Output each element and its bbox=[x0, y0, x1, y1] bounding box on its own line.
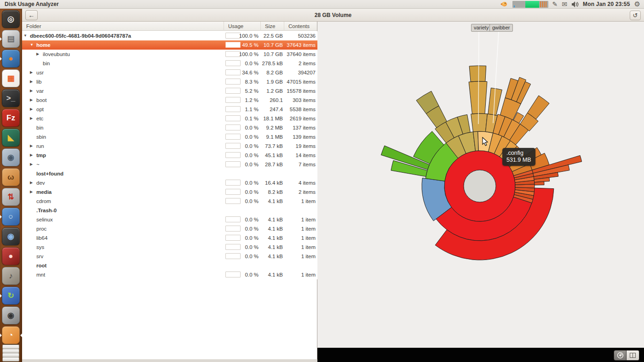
tree-row-lib[interactable]: ▶lib8.3 %1.9 GB47015 items bbox=[22, 77, 317, 86]
tree-row-~[interactable]: ▶~0.0 %28.7 kB7 items bbox=[22, 160, 317, 169]
dock-item-audio-player[interactable]: ◉ bbox=[2, 306, 20, 324]
tree-row-boot[interactable]: ▶boot1.2 %260.1 MB303 items bbox=[22, 96, 317, 105]
tree-row-bin[interactable]: bin0.0 %9.2 MB137 items bbox=[22, 123, 317, 132]
fish-indicator-icon[interactable] bbox=[500, 1, 508, 7]
tree-row-root[interactable]: root bbox=[22, 261, 317, 270]
dock-item-software-center[interactable]: ▦ bbox=[2, 69, 20, 87]
tree-row-run[interactable]: ▶run0.0 %73.7 kB19 items bbox=[22, 141, 317, 151]
tree-row-cdrom[interactable]: cdrom0.0 %4.1 kB1 item bbox=[22, 197, 317, 206]
tree-row-opt[interactable]: ▶opt1.1 %247.4 MB5538 items bbox=[22, 105, 317, 114]
folder-contents: 1 item bbox=[284, 197, 316, 206]
folder-name: root bbox=[36, 261, 46, 270]
rings-chart[interactable] bbox=[317, 22, 644, 348]
tree-row-proc[interactable]: proc0.0 %4.1 kB1 item bbox=[22, 224, 317, 233]
expander-closed-icon[interactable]: ▶ bbox=[30, 178, 33, 187]
tree-row-lib64[interactable]: lib640.0 %4.1 kB1 item bbox=[22, 233, 317, 243]
dock-item-physics-app[interactable]: ◉ bbox=[2, 227, 20, 245]
column-header-usage[interactable]: Usage bbox=[224, 22, 260, 31]
expander-open-icon[interactable]: ▼ bbox=[23, 31, 27, 40]
tree-rows: ▼dbeec600-05fc-4681-9b04-9d060478787a100… bbox=[22, 31, 317, 279]
column-header-size[interactable]: Size bbox=[260, 22, 284, 31]
tree-row-tmp[interactable]: ▶tmp0.0 %45.1 kB14 items bbox=[22, 151, 317, 160]
dock-item-web-app[interactable]: ○ bbox=[2, 208, 20, 226]
window-toolbar: ← 28 GB Volume ↺ bbox=[22, 9, 644, 22]
tree-row-etc[interactable]: ▶etc0.1 %18.1 MB2619 items bbox=[22, 114, 317, 123]
tree-row-iloveubuntu[interactable]: ▶iloveubuntu100.0 %10.7 GB37640 items bbox=[22, 50, 317, 59]
chart-segment[interactable] bbox=[535, 181, 544, 185]
dock-item-notes-app[interactable]: ♪ bbox=[2, 267, 20, 285]
dock-item-file-manager[interactable]: ▤ bbox=[2, 30, 20, 48]
sound-indicator-icon[interactable] bbox=[571, 1, 579, 7]
expander-open-icon[interactable]: ▼ bbox=[30, 40, 34, 50]
dock-item-dash-home[interactable]: ◎ bbox=[2, 10, 20, 28]
expander-closed-icon[interactable]: ▶ bbox=[30, 187, 33, 197]
rings-chart-panel[interactable]: variety gwibber .config 531.9 MB bbox=[317, 22, 644, 348]
tree-row-var[interactable]: ▶var5.2 %1.2 GB15578 items bbox=[22, 86, 317, 96]
usage-percent: 0.0 % bbox=[224, 215, 259, 224]
tree-header-row: Folder Usage Size Contents bbox=[22, 22, 317, 31]
dock-item-image-editor[interactable]: ◣ bbox=[2, 129, 20, 147]
usage-percent: 100.0 % bbox=[224, 31, 259, 40]
chart-segment[interactable] bbox=[469, 81, 487, 114]
expander-closed-icon[interactable]: ▶ bbox=[30, 96, 33, 105]
column-header-contents[interactable]: Contents bbox=[284, 22, 317, 31]
dock-item-disk-usage-analyzer[interactable]: ◔ bbox=[2, 326, 20, 344]
tree-row-selinux[interactable]: selinux0.0 %4.1 kB1 item bbox=[22, 215, 317, 224]
folder-name: mnt bbox=[36, 270, 45, 279]
tree-row-sbin[interactable]: sbin0.0 %9.1 MB139 items bbox=[22, 132, 317, 141]
top-panel: Disk Usage Analyzer ✎ ✉ Mon Jan 20 23:55 bbox=[0, 0, 644, 9]
column-header-folder[interactable]: Folder bbox=[22, 22, 224, 31]
expander-closed-icon[interactable]: ▶ bbox=[30, 68, 33, 77]
expander-closed-icon[interactable]: ▶ bbox=[30, 77, 33, 86]
folder-contents: 37643 items bbox=[284, 40, 316, 50]
dock-item-firefox[interactable]: ● bbox=[2, 50, 20, 68]
expander-closed-icon[interactable]: ▶ bbox=[30, 105, 33, 114]
keyboard-pencil-indicator-icon[interactable]: ✎ bbox=[552, 1, 558, 7]
expander-closed-icon[interactable]: ▶ bbox=[30, 141, 33, 151]
chart-segment[interactable] bbox=[471, 113, 488, 132]
tree-row-bin[interactable]: bin0.0 %278.5 kB2 items bbox=[22, 59, 317, 68]
folder-name: cdrom bbox=[36, 197, 51, 206]
dock-item-cherry-app[interactable]: ● bbox=[2, 247, 20, 265]
rings-chart-toggle-button[interactable] bbox=[614, 350, 627, 361]
tree-row-.Trash-0[interactable]: .Trash-0 bbox=[22, 206, 317, 215]
expander-closed-icon[interactable]: ▶ bbox=[30, 86, 33, 96]
menubar-app-name[interactable]: Disk Usage Analyzer bbox=[0, 1, 59, 7]
dock-item-lion-figurine[interactable]: ω bbox=[2, 168, 20, 186]
folder-name: selinux bbox=[36, 215, 53, 224]
dock-item-terminal[interactable]: >_ bbox=[2, 89, 20, 107]
dock-item-transfer-tool[interactable]: ⇅ bbox=[2, 188, 20, 206]
expander-closed-icon[interactable]: ▶ bbox=[30, 151, 33, 160]
expander-closed-icon[interactable]: ▶ bbox=[30, 160, 33, 169]
tree-row-lost+found[interactable]: lost+found bbox=[22, 169, 317, 178]
expander-closed-icon[interactable]: ▶ bbox=[36, 50, 39, 59]
treemap-chart-toggle-button[interactable] bbox=[627, 350, 639, 361]
tree-row-dev[interactable]: ▶dev0.0 %16.4 kB4 items bbox=[22, 178, 317, 187]
tree-row-mnt[interactable]: mnt0.0 %4.1 kB1 item bbox=[22, 270, 317, 279]
desktop: Disk Usage Analyzer ✎ ✉ Mon Jan 20 23:55 bbox=[0, 0, 644, 362]
tree-row-sys[interactable]: sys0.0 %4.1 kB1 item bbox=[22, 243, 317, 252]
tree-row-home[interactable]: ▼home49.5 %10.7 GB37643 items bbox=[22, 40, 317, 50]
dock-stacked-window[interactable] bbox=[2, 357, 19, 362]
chart-segment[interactable] bbox=[469, 66, 486, 82]
terminal-icon: >_ bbox=[6, 94, 15, 102]
folder-contents: 1 item bbox=[284, 224, 316, 233]
callout-line bbox=[478, 32, 479, 124]
tree-row-usr[interactable]: ▶usr34.6 %8.2 GB394207 items bbox=[22, 68, 317, 77]
clock-indicator[interactable]: Mon Jan 20 23:55 bbox=[583, 1, 630, 7]
folder-contents: 14 items bbox=[284, 151, 316, 160]
tree-row-srv[interactable]: srv0.0 %4.1 kB1 item bbox=[22, 252, 317, 261]
system-monitor-indicator[interactable] bbox=[512, 1, 548, 8]
session-gear-icon[interactable]: ⚙ bbox=[634, 1, 640, 7]
tree-row-dbeec600-05fc-4681-9b04-9d060478787a[interactable]: ▼dbeec600-05fc-4681-9b04-9d060478787a100… bbox=[22, 31, 317, 40]
dock-item-owl-figurine[interactable]: ◉ bbox=[2, 148, 20, 166]
dock-item-music-converter[interactable]: ↻ bbox=[2, 287, 20, 305]
tree-row-media[interactable]: ▶media0.0 %8.2 kB2 items bbox=[22, 187, 317, 197]
chart-hub[interactable] bbox=[464, 170, 496, 202]
folder-name: etc bbox=[36, 114, 43, 123]
filezilla-icon: Fz bbox=[6, 114, 15, 122]
dock-item-filezilla[interactable]: Fz bbox=[2, 109, 20, 127]
rescan-button[interactable]: ↺ bbox=[630, 11, 641, 20]
messages-envelope-icon[interactable]: ✉ bbox=[562, 1, 567, 7]
expander-closed-icon[interactable]: ▶ bbox=[30, 114, 33, 123]
